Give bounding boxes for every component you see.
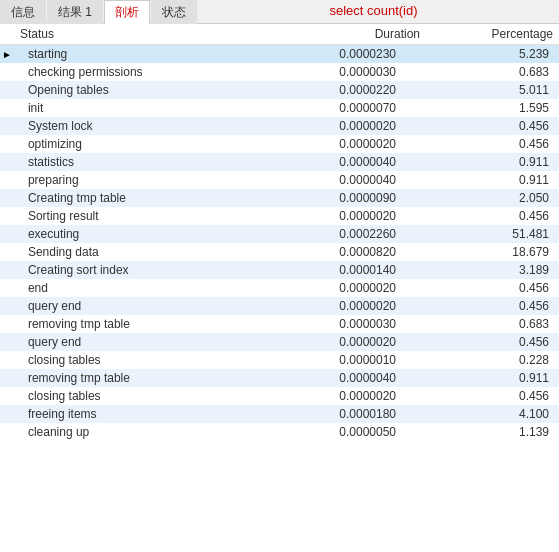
tab-result1[interactable]: 结果 1 <box>47 0 103 24</box>
percentage-cell: 0.911 <box>426 171 559 189</box>
table-row[interactable]: end0.00000200.456 <box>0 279 559 297</box>
status-cell: removing tmp table <box>14 315 258 333</box>
duration-cell: 0.0000020 <box>258 117 426 135</box>
percentage-cell: 0.683 <box>426 63 559 81</box>
table-row[interactable]: executing0.000226051.481 <box>0 225 559 243</box>
table-row[interactable]: init0.00000701.595 <box>0 99 559 117</box>
query-label: select count(id) <box>198 0 559 23</box>
percentage-cell: 5.239 <box>426 45 559 64</box>
duration-cell: 0.0000020 <box>258 297 426 315</box>
status-column-header: Status <box>14 24 258 45</box>
row-arrow-cell <box>0 153 14 171</box>
percentage-cell: 0.456 <box>426 279 559 297</box>
table-row[interactable]: optimizing0.00000200.456 <box>0 135 559 153</box>
table-row[interactable]: preparing0.00000400.911 <box>0 171 559 189</box>
profile-table: Status Duration Percentage ►starting0.00… <box>0 24 559 441</box>
status-cell: Creating tmp table <box>14 189 258 207</box>
status-cell: init <box>14 99 258 117</box>
row-arrow-cell <box>0 171 14 189</box>
status-cell: removing tmp table <box>14 369 258 387</box>
table-row[interactable]: query end0.00000200.456 <box>0 297 559 315</box>
row-arrow-cell <box>0 405 14 423</box>
table-row[interactable]: removing tmp table0.00000300.683 <box>0 315 559 333</box>
row-arrow-cell <box>0 135 14 153</box>
table-row[interactable]: System lock0.00000200.456 <box>0 117 559 135</box>
percentage-cell: 4.100 <box>426 405 559 423</box>
duration-cell: 0.0000180 <box>258 405 426 423</box>
status-cell: query end <box>14 297 258 315</box>
percentage-cell: 0.228 <box>426 351 559 369</box>
percentage-cell: 5.011 <box>426 81 559 99</box>
percentage-cell: 0.456 <box>426 387 559 405</box>
tab-status[interactable]: 状态 <box>151 0 197 24</box>
status-cell: query end <box>14 333 258 351</box>
row-arrow-cell: ► <box>0 45 14 64</box>
percentage-column-header: Percentage <box>426 24 559 45</box>
duration-cell: 0.0000820 <box>258 243 426 261</box>
duration-cell: 0.0000020 <box>258 135 426 153</box>
row-arrow-cell <box>0 189 14 207</box>
duration-cell: 0.0000090 <box>258 189 426 207</box>
table-row[interactable]: Creating tmp table0.00000902.050 <box>0 189 559 207</box>
percentage-cell: 1.595 <box>426 99 559 117</box>
percentage-cell: 18.679 <box>426 243 559 261</box>
status-cell: closing tables <box>14 351 258 369</box>
percentage-cell: 0.456 <box>426 135 559 153</box>
table-row[interactable]: cleaning up0.00000501.139 <box>0 423 559 441</box>
status-cell: cleaning up <box>14 423 258 441</box>
status-cell: Sending data <box>14 243 258 261</box>
status-cell: Opening tables <box>14 81 258 99</box>
row-arrow-cell <box>0 225 14 243</box>
duration-cell: 0.0000020 <box>258 279 426 297</box>
percentage-cell: 0.456 <box>426 297 559 315</box>
table-row[interactable]: ►starting0.00002305.239 <box>0 45 559 64</box>
percentage-cell: 0.911 <box>426 369 559 387</box>
percentage-cell: 0.911 <box>426 153 559 171</box>
row-arrow-cell <box>0 207 14 225</box>
table-row[interactable]: Opening tables0.00002205.011 <box>0 81 559 99</box>
table-row[interactable]: removing tmp table0.00000400.911 <box>0 369 559 387</box>
duration-cell: 0.0000220 <box>258 81 426 99</box>
tab-profile[interactable]: 剖析 <box>104 0 150 24</box>
duration-cell: 0.0002260 <box>258 225 426 243</box>
row-arrow-cell <box>0 387 14 405</box>
row-arrow-cell <box>0 315 14 333</box>
percentage-cell: 51.481 <box>426 225 559 243</box>
table-row[interactable]: statistics0.00000400.911 <box>0 153 559 171</box>
duration-column-header: Duration <box>258 24 426 45</box>
tab-info[interactable]: 信息 <box>0 0 46 24</box>
row-arrow-cell <box>0 63 14 81</box>
duration-cell: 0.0000020 <box>258 207 426 225</box>
status-cell: starting <box>14 45 258 64</box>
status-cell: statistics <box>14 153 258 171</box>
status-cell: optimizing <box>14 135 258 153</box>
duration-cell: 0.0000050 <box>258 423 426 441</box>
table-row[interactable]: checking permissions0.00000300.683 <box>0 63 559 81</box>
table-row[interactable]: Sorting result0.00000200.456 <box>0 207 559 225</box>
row-arrow-cell <box>0 261 14 279</box>
row-arrow-cell <box>0 243 14 261</box>
row-arrow-icon: ► <box>2 49 12 60</box>
table-row[interactable]: closing tables0.00000200.456 <box>0 387 559 405</box>
percentage-cell: 0.456 <box>426 117 559 135</box>
row-arrow-cell <box>0 117 14 135</box>
percentage-cell: 2.050 <box>426 189 559 207</box>
table-row[interactable]: query end0.00000200.456 <box>0 333 559 351</box>
duration-cell: 0.0000010 <box>258 351 426 369</box>
duration-cell: 0.0000040 <box>258 153 426 171</box>
table-row[interactable]: freeing items0.00001804.100 <box>0 405 559 423</box>
duration-cell: 0.0000040 <box>258 171 426 189</box>
duration-cell: 0.0000030 <box>258 63 426 81</box>
duration-cell: 0.0000140 <box>258 261 426 279</box>
duration-cell: 0.0000040 <box>258 369 426 387</box>
status-cell: end <box>14 279 258 297</box>
table-row[interactable]: Creating sort index0.00001403.189 <box>0 261 559 279</box>
status-cell: freeing items <box>14 405 258 423</box>
row-arrow-cell <box>0 297 14 315</box>
profile-table-container: Status Duration Percentage ►starting0.00… <box>0 24 559 552</box>
table-row[interactable]: closing tables0.00000100.228 <box>0 351 559 369</box>
row-arrow-cell <box>0 81 14 99</box>
row-arrow-cell <box>0 333 14 351</box>
status-cell: closing tables <box>14 387 258 405</box>
table-row[interactable]: Sending data0.000082018.679 <box>0 243 559 261</box>
